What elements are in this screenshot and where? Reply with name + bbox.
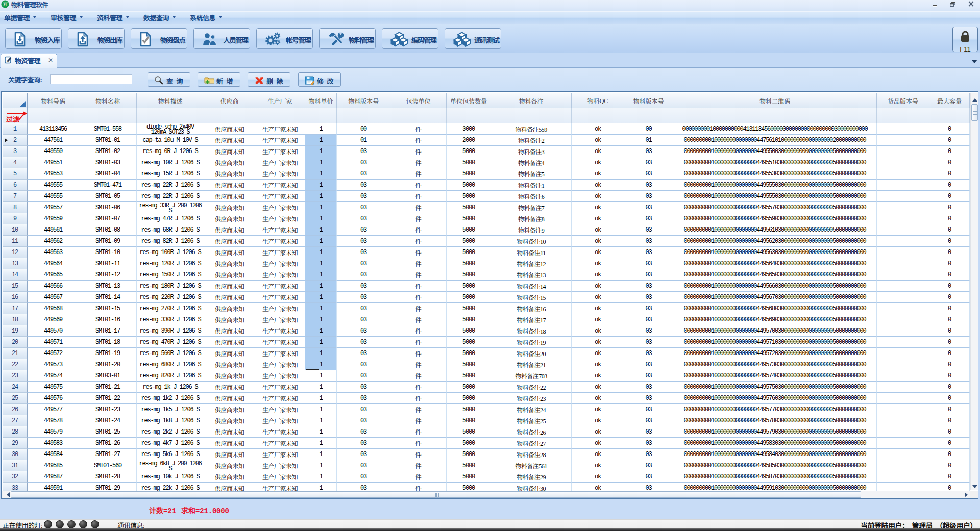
- svg-text:料: 料: [4, 2, 7, 7]
- svg-text:过滤: 过滤: [6, 114, 19, 123]
